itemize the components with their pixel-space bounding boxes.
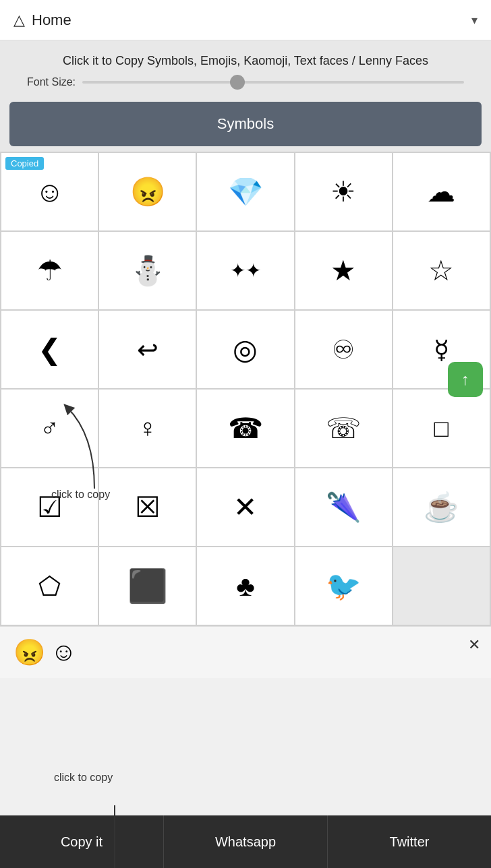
grid-cell-snowman[interactable]: ⛄ bbox=[99, 232, 196, 309]
symbol-x-mark: ✕ bbox=[233, 491, 257, 524]
annotation-text-2: click to copy bbox=[54, 772, 113, 784]
symbol-umbrella: ☂ bbox=[37, 254, 63, 287]
symbol-checkbox-checked: ☑ bbox=[37, 491, 63, 524]
symbol-arrow-left: ❮ bbox=[38, 333, 61, 366]
grid-cell-x-mark[interactable]: ✕ bbox=[197, 468, 293, 546]
close-button[interactable]: ✕ bbox=[468, 636, 480, 654]
symbol-coffee: ☕ bbox=[424, 491, 459, 524]
grid-cell-sun[interactable]: ☀ bbox=[295, 153, 392, 230]
symbol-checkbox-x: ☒ bbox=[135, 491, 161, 524]
grid-cell-checkbox-checked[interactable]: ☑ bbox=[1, 468, 98, 546]
font-size-label: Font Size: bbox=[27, 76, 76, 88]
emoji-preview-panel: ✕ 😠 ☺ bbox=[0, 626, 491, 678]
symbol-black-square: ⬛ bbox=[127, 567, 168, 605]
grid-cell-venus[interactable]: ♀ bbox=[99, 390, 196, 467]
symbol-rain-umbrella: 🌂 bbox=[326, 491, 361, 524]
symbol-arrow-return: ↩ bbox=[137, 335, 158, 365]
symbol-sparkle: ✦✦ bbox=[230, 259, 261, 282]
font-size-row: Font Size: bbox=[20, 76, 471, 95]
bottom-bar: Copy it Whatsapp Twitter bbox=[0, 815, 491, 868]
symbol-cloud: ☁ bbox=[427, 175, 455, 208]
grid-cell-pentagon[interactable]: ⬠ bbox=[1, 547, 98, 625]
home-icon: △ bbox=[13, 11, 25, 29]
grid-cell-smiley[interactable]: Copied ☺ bbox=[1, 153, 98, 230]
emoji-preview-items: 😠 ☺ bbox=[13, 638, 77, 667]
subtitle-text: Click it to Copy Symbols, Emojis, Kaomoj… bbox=[20, 53, 471, 69]
grid-cell-coffee[interactable]: ☕ bbox=[393, 468, 490, 546]
home-nav[interactable]: △ Home bbox=[13, 11, 71, 29]
symbol-phone-ring: ☏ bbox=[326, 412, 362, 445]
grid-cell-angry[interactable]: 😠 bbox=[99, 153, 196, 230]
grid-cell-mars[interactable]: ♂ bbox=[1, 390, 98, 467]
grid-cell-clover[interactable]: ♣ bbox=[197, 547, 293, 625]
symbol-mars: ♂ bbox=[40, 414, 59, 443]
preview-emoji-angry: 😠 bbox=[13, 638, 45, 667]
grid-cell-empty bbox=[393, 547, 490, 625]
grid-cell-checkbox-x[interactable]: ☒ bbox=[99, 468, 196, 546]
grid-cell-bird[interactable]: 🐦 bbox=[295, 547, 392, 625]
grid-cell-arrow-left[interactable]: ❮ bbox=[1, 311, 98, 388]
grid-cell-infinity[interactable]: ♾ bbox=[295, 311, 392, 388]
symbol-smiley: ☺ bbox=[35, 176, 64, 208]
copy-button[interactable]: Copy it bbox=[0, 815, 163, 868]
symbol-square: □ bbox=[434, 414, 449, 443]
twitter-button[interactable]: Twitter bbox=[327, 815, 491, 868]
symbol-phone-old: ☎ bbox=[228, 412, 263, 445]
symbol-circle-dot: ◎ bbox=[233, 333, 258, 366]
chevron-down-icon[interactable]: ▾ bbox=[471, 13, 478, 28]
subtitle-area: Click it to Copy Symbols, Emojis, Kaomoj… bbox=[0, 40, 491, 102]
symbol-bird: 🐦 bbox=[326, 569, 361, 602]
grid-cell-star-outline[interactable]: ☆ bbox=[393, 232, 490, 309]
symbol-star-filled: ★ bbox=[330, 254, 356, 287]
symbol-snowman: ⛄ bbox=[130, 254, 165, 287]
symbol-star-outline: ☆ bbox=[428, 254, 454, 287]
symbol-grid: Copied ☺ 😠 💎 ☀ ☁ ☂ ⛄ ✦✦ ★ ☆ bbox=[0, 152, 491, 626]
font-size-slider[interactable] bbox=[82, 81, 464, 84]
grid-cell-sparkle[interactable]: ✦✦ bbox=[197, 232, 293, 309]
grid-cell-square[interactable]: □ bbox=[393, 390, 490, 467]
symbol-venus: ♀ bbox=[138, 414, 158, 443]
grid-wrapper: Copied ☺ 😠 💎 ☀ ☁ ☂ ⛄ ✦✦ ★ ☆ bbox=[0, 152, 491, 626]
whatsapp-button[interactable]: Whatsapp bbox=[163, 815, 327, 868]
grid-cell-rain-umbrella[interactable]: 🌂 bbox=[295, 468, 392, 546]
symbols-btn-wrap: Symbols bbox=[0, 102, 491, 152]
grid-cell-umbrella[interactable]: ☂ bbox=[1, 232, 98, 309]
symbol-sun: ☀ bbox=[330, 175, 356, 208]
grid-cell-phone-ring[interactable]: ☏ bbox=[295, 390, 392, 467]
up-arrow-icon: ↑ bbox=[461, 371, 469, 388]
grid-cell-star-filled[interactable]: ★ bbox=[295, 232, 392, 309]
grid-cell-diamond[interactable]: 💎 bbox=[197, 153, 293, 230]
grid-cell-cloud[interactable]: ☁ bbox=[393, 153, 490, 230]
symbols-button[interactable]: Symbols bbox=[9, 102, 482, 146]
symbol-mercury: ☿ bbox=[434, 335, 449, 365]
symbol-pentagon: ⬠ bbox=[38, 571, 61, 601]
copied-badge: Copied bbox=[5, 157, 44, 170]
symbol-angry: 😠 bbox=[130, 175, 165, 208]
back-to-top-button[interactable]: ↑ bbox=[448, 362, 483, 397]
symbol-infinity: ♾ bbox=[332, 335, 355, 365]
grid-cell-phone-old[interactable]: ☎ bbox=[197, 390, 293, 467]
symbol-diamond: 💎 bbox=[228, 175, 263, 208]
preview-emoji-smiley: ☺ bbox=[51, 638, 77, 667]
grid-cell-black-square[interactable]: ⬛ bbox=[99, 547, 196, 625]
home-label: Home bbox=[32, 11, 71, 29]
grid-cell-circle-dot[interactable]: ◎ bbox=[197, 311, 293, 388]
symbol-clover: ♣ bbox=[236, 570, 255, 602]
grid-cell-arrow-return[interactable]: ↩ bbox=[99, 311, 196, 388]
top-bar: △ Home ▾ bbox=[0, 0, 491, 40]
